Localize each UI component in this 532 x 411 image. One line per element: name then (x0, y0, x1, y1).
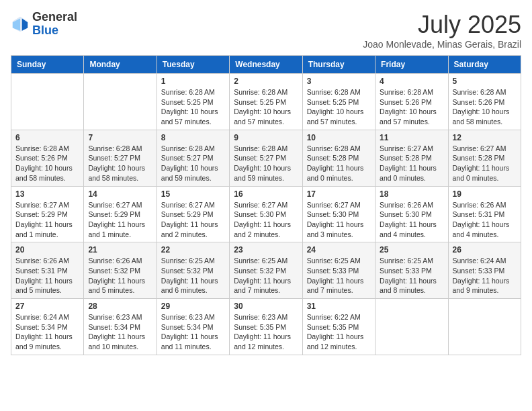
day-info: Sunrise: 6:28 AMSunset: 5:25 PMDaylight:… (234, 87, 298, 127)
calendar-day-cell: 22Sunrise: 6:25 AMSunset: 5:32 PMDayligh… (157, 242, 229, 299)
calendar-table: SundayMondayTuesdayWednesdayThursdayFrid… (11, 55, 521, 355)
day-number: 15 (161, 189, 225, 199)
calendar-day-cell: 5Sunrise: 6:28 AMSunset: 5:26 PMDaylight… (448, 74, 521, 130)
day-number: 11 (380, 133, 443, 142)
day-info: Sunrise: 6:25 AMSunset: 5:33 PMDaylight:… (380, 256, 443, 295)
day-info: Sunrise: 6:26 AMSunset: 5:31 PMDaylight:… (15, 256, 79, 295)
day-number: 6 (15, 133, 79, 142)
day-info: Sunrise: 6:25 AMSunset: 5:32 PMDaylight:… (161, 256, 225, 295)
calendar-week-row: 20Sunrise: 6:26 AMSunset: 5:31 PMDayligh… (11, 242, 521, 299)
day-number: 20 (15, 245, 79, 255)
day-number: 8 (161, 133, 225, 142)
logo: General Blue (11, 11, 77, 38)
calendar-day-cell: 19Sunrise: 6:26 AMSunset: 5:31 PMDayligh… (448, 186, 521, 242)
logo-text: General Blue (32, 11, 77, 38)
calendar-day-cell: 10Sunrise: 6:28 AMSunset: 5:28 PMDayligh… (302, 130, 375, 186)
calendar-day-cell: 8Sunrise: 6:28 AMSunset: 5:27 PMDaylight… (157, 130, 229, 186)
calendar-day-cell: 3Sunrise: 6:28 AMSunset: 5:25 PMDaylight… (302, 74, 375, 130)
calendar-day-cell (448, 299, 521, 355)
month-title: July 2025 (363, 11, 521, 39)
day-info: Sunrise: 6:27 AMSunset: 5:29 PMDaylight:… (15, 200, 79, 240)
day-info: Sunrise: 6:25 AMSunset: 5:32 PMDaylight:… (234, 256, 298, 295)
calendar-day-cell (375, 299, 448, 355)
weekday-header: Thursday (302, 56, 375, 74)
day-number: 14 (88, 189, 152, 199)
page-header: General Blue July 2025 Joao Monlevade, M… (11, 11, 521, 50)
day-number: 3 (307, 77, 371, 86)
calendar-day-cell: 13Sunrise: 6:27 AMSunset: 5:29 PMDayligh… (11, 186, 84, 242)
day-number: 1 (161, 77, 225, 86)
day-info: Sunrise: 6:28 AMSunset: 5:26 PMDaylight:… (15, 144, 79, 183)
day-number: 5 (453, 77, 517, 86)
day-number: 7 (88, 133, 152, 142)
day-info: Sunrise: 6:27 AMSunset: 5:29 PMDaylight:… (88, 200, 152, 240)
calendar-week-row: 13Sunrise: 6:27 AMSunset: 5:29 PMDayligh… (11, 186, 521, 242)
location: Joao Monlevade, Minas Gerais, Brazil (363, 39, 521, 50)
day-number: 29 (161, 302, 225, 311)
day-number: 22 (161, 245, 225, 255)
calendar-week-row: 1Sunrise: 6:28 AMSunset: 5:25 PMDaylight… (11, 74, 521, 130)
day-number: 12 (453, 133, 517, 142)
calendar-day-cell: 30Sunrise: 6:23 AMSunset: 5:35 PMDayligh… (230, 299, 302, 355)
day-number: 18 (380, 189, 443, 199)
day-number: 21 (88, 245, 152, 255)
calendar-day-cell: 24Sunrise: 6:25 AMSunset: 5:33 PMDayligh… (302, 242, 375, 299)
calendar-day-cell: 12Sunrise: 6:27 AMSunset: 5:28 PMDayligh… (448, 130, 521, 186)
calendar-day-cell (11, 74, 84, 130)
calendar-day-cell: 27Sunrise: 6:24 AMSunset: 5:34 PMDayligh… (11, 299, 84, 355)
calendar-day-cell: 28Sunrise: 6:23 AMSunset: 5:34 PMDayligh… (84, 299, 157, 355)
calendar-day-cell: 23Sunrise: 6:25 AMSunset: 5:32 PMDayligh… (230, 242, 302, 299)
weekday-header: Monday (84, 56, 157, 74)
day-number: 31 (307, 302, 371, 311)
day-number: 16 (234, 189, 298, 199)
day-number: 26 (453, 245, 517, 255)
day-info: Sunrise: 6:22 AMSunset: 5:35 PMDaylight:… (307, 312, 371, 352)
day-number: 2 (234, 77, 298, 86)
day-number: 10 (307, 133, 371, 142)
day-info: Sunrise: 6:26 AMSunset: 5:31 PMDaylight:… (453, 200, 517, 240)
calendar-day-cell: 11Sunrise: 6:27 AMSunset: 5:28 PMDayligh… (375, 130, 448, 186)
calendar-day-cell: 29Sunrise: 6:23 AMSunset: 5:34 PMDayligh… (157, 299, 229, 355)
day-number: 28 (88, 302, 152, 311)
calendar-day-cell: 31Sunrise: 6:22 AMSunset: 5:35 PMDayligh… (302, 299, 375, 355)
weekday-header: Tuesday (157, 56, 229, 74)
day-info: Sunrise: 6:28 AMSunset: 5:26 PMDaylight:… (453, 87, 517, 127)
logo-icon (11, 15, 30, 34)
calendar-day-cell: 21Sunrise: 6:26 AMSunset: 5:32 PMDayligh… (84, 242, 157, 299)
day-info: Sunrise: 6:23 AMSunset: 5:35 PMDaylight:… (234, 312, 298, 352)
day-info: Sunrise: 6:28 AMSunset: 5:25 PMDaylight:… (307, 87, 371, 127)
calendar-day-cell: 9Sunrise: 6:28 AMSunset: 5:27 PMDaylight… (230, 130, 302, 186)
day-info: Sunrise: 6:24 AMSunset: 5:34 PMDaylight:… (15, 312, 79, 352)
day-number: 25 (380, 245, 443, 255)
calendar-day-cell: 26Sunrise: 6:24 AMSunset: 5:33 PMDayligh… (448, 242, 521, 299)
day-info: Sunrise: 6:27 AMSunset: 5:30 PMDaylight:… (307, 200, 371, 240)
day-info: Sunrise: 6:28 AMSunset: 5:27 PMDaylight:… (161, 144, 225, 183)
day-number: 23 (234, 245, 298, 255)
day-info: Sunrise: 6:28 AMSunset: 5:27 PMDaylight:… (88, 144, 152, 183)
day-info: Sunrise: 6:28 AMSunset: 5:28 PMDaylight:… (307, 144, 371, 183)
day-info: Sunrise: 6:27 AMSunset: 5:28 PMDaylight:… (453, 144, 517, 183)
day-number: 19 (453, 189, 517, 199)
calendar-day-cell: 17Sunrise: 6:27 AMSunset: 5:30 PMDayligh… (302, 186, 375, 242)
weekday-header: Wednesday (230, 56, 302, 74)
calendar-day-cell: 18Sunrise: 6:26 AMSunset: 5:30 PMDayligh… (375, 186, 448, 242)
calendar-day-cell (84, 74, 157, 130)
calendar-day-cell: 16Sunrise: 6:27 AMSunset: 5:30 PMDayligh… (230, 186, 302, 242)
title-block: July 2025 Joao Monlevade, Minas Gerais, … (363, 11, 521, 50)
calendar-day-cell: 20Sunrise: 6:26 AMSunset: 5:31 PMDayligh… (11, 242, 84, 299)
day-number: 4 (380, 77, 443, 86)
calendar-day-cell: 4Sunrise: 6:28 AMSunset: 5:26 PMDaylight… (375, 74, 448, 130)
calendar-day-cell: 15Sunrise: 6:27 AMSunset: 5:29 PMDayligh… (157, 186, 229, 242)
day-info: Sunrise: 6:27 AMSunset: 5:28 PMDaylight:… (380, 144, 443, 183)
day-number: 17 (307, 189, 371, 199)
calendar-day-cell: 7Sunrise: 6:28 AMSunset: 5:27 PMDaylight… (84, 130, 157, 186)
day-number: 9 (234, 133, 298, 142)
day-info: Sunrise: 6:28 AMSunset: 5:27 PMDaylight:… (234, 144, 298, 183)
calendar-day-cell: 6Sunrise: 6:28 AMSunset: 5:26 PMDaylight… (11, 130, 84, 186)
day-number: 27 (15, 302, 79, 311)
day-info: Sunrise: 6:23 AMSunset: 5:34 PMDaylight:… (161, 312, 225, 352)
calendar-day-cell: 1Sunrise: 6:28 AMSunset: 5:25 PMDaylight… (157, 74, 229, 130)
day-info: Sunrise: 6:26 AMSunset: 5:30 PMDaylight:… (380, 200, 443, 240)
day-info: Sunrise: 6:24 AMSunset: 5:33 PMDaylight:… (453, 256, 517, 295)
day-info: Sunrise: 6:28 AMSunset: 5:25 PMDaylight:… (161, 87, 225, 127)
